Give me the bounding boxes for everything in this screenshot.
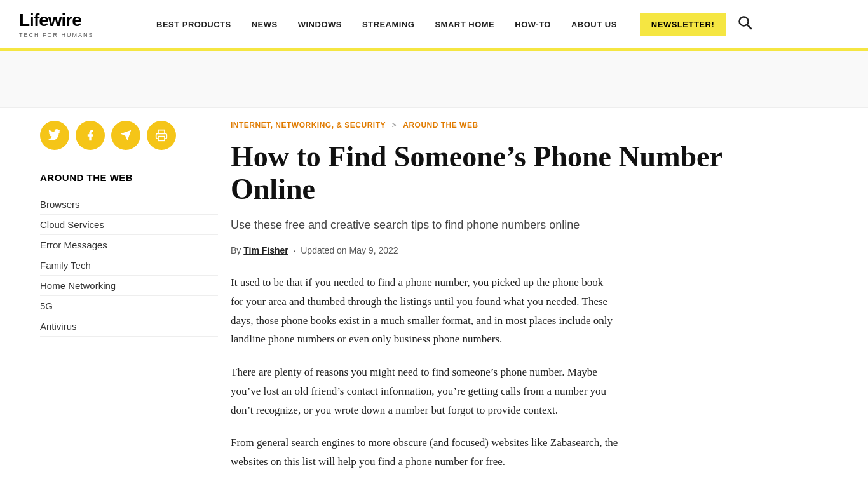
facebook-icon	[84, 129, 97, 142]
sidebar-link-browsers[interactable]: Browsers	[40, 194, 218, 215]
content-wrapper: AROUND THE WEB Browsers Cloud Services E…	[21, 108, 847, 485]
newsletter-button[interactable]: NEWSLETTER!	[640, 13, 726, 36]
sidebar-link-error-messages[interactable]: Error Messages	[40, 235, 218, 255]
left-sidebar: AROUND THE WEB Browsers Cloud Services E…	[40, 121, 231, 485]
ad-banner	[0, 51, 868, 108]
site-logo[interactable]: Lifewire	[19, 10, 121, 30]
share-buttons	[40, 121, 218, 150]
breadcrumb-current[interactable]: AROUND THE WEB	[403, 121, 478, 130]
search-icon	[737, 15, 752, 30]
telegram-icon	[119, 129, 132, 142]
site-header: Lifewire TECH FOR HUMANS BEST PRODUCTS N…	[0, 0, 868, 51]
twitter-icon	[48, 129, 61, 142]
sidebar-link-cloud-services[interactable]: Cloud Services	[40, 215, 218, 235]
search-icon-button[interactable]	[737, 15, 752, 34]
article-subtitle: Use these free and creative search tips …	[231, 217, 777, 234]
logo-tagline: TECH FOR HUMANS	[19, 32, 121, 38]
sidebar-link-home-networking[interactable]: Home Networking	[40, 276, 218, 296]
svg-line-1	[747, 25, 752, 29]
breadcrumb: INTERNET, NETWORKING, & SECURITY > AROUN…	[231, 121, 783, 130]
nav-streaming[interactable]: STREAMING	[352, 20, 425, 29]
sidebar-link-5g[interactable]: 5G	[40, 296, 218, 316]
main-nav: BEST PRODUCTS NEWS WINDOWS STREAMING SMA…	[146, 13, 849, 36]
logo-area: Lifewire TECH FOR HUMANS	[19, 10, 121, 38]
article-meta: By Tim Fisher · Updated on May 9, 2022	[231, 245, 783, 255]
sidebar-link-antivirus[interactable]: Antivirus	[40, 316, 218, 337]
nav-smart-home[interactable]: SMART HOME	[424, 20, 505, 29]
breadcrumb-parent[interactable]: INTERNET, NETWORKING, & SECURITY	[231, 121, 386, 130]
article-paragraph-1: It used to be that if you needed to find…	[231, 273, 618, 349]
share-telegram-button[interactable]	[111, 121, 140, 150]
article-body: It used to be that if you needed to find…	[231, 273, 618, 471]
print-icon	[155, 129, 168, 142]
article-layout: AROUND THE WEB Browsers Cloud Services E…	[40, 108, 783, 485]
nav-best-products[interactable]: BEST PRODUCTS	[146, 20, 241, 29]
article-content: INTERNET, NETWORKING, & SECURITY > AROUN…	[231, 121, 783, 485]
author-link[interactable]: Tim Fisher	[243, 245, 288, 255]
svg-rect-2	[158, 137, 165, 141]
share-print-button[interactable]	[147, 121, 176, 150]
sidebar-link-family-tech[interactable]: Family Tech	[40, 255, 218, 276]
nav-how-to[interactable]: HOW-TO	[505, 20, 561, 29]
article-title: How to Find Someone’s Phone Number Onlin…	[231, 141, 783, 205]
article-paragraph-2: There are plenty of reasons you might ne…	[231, 363, 618, 419]
sidebar-section-title: AROUND THE WEB	[40, 172, 218, 183]
article-paragraph-3: From general search engines to more obsc…	[231, 433, 618, 471]
author-label: By	[231, 245, 241, 255]
nav-windows[interactable]: WINDOWS	[288, 20, 352, 29]
breadcrumb-separator: >	[392, 121, 397, 130]
nav-news[interactable]: NEWS	[241, 20, 288, 29]
share-facebook-button[interactable]	[76, 121, 105, 150]
article-date: Updated on May 9, 2022	[301, 245, 398, 255]
share-twitter-button[interactable]	[40, 121, 69, 150]
nav-about-us[interactable]: ABOUT US	[561, 20, 627, 29]
